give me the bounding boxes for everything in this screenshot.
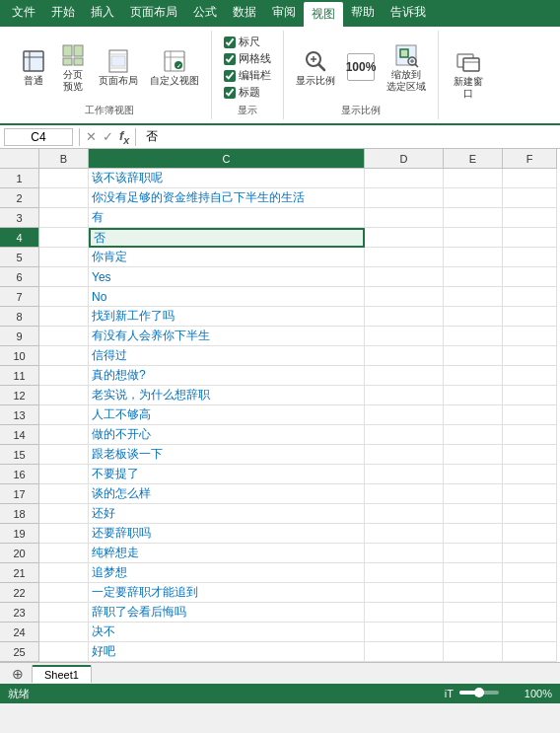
cell-b-1[interactable] [39,169,89,188]
cell-b-6[interactable] [39,267,89,287]
formula-input[interactable] [142,130,556,144]
zoom-selection-button[interactable]: 缩放到选定区域 [383,39,430,95]
cell-c-10[interactable]: 信得过 [89,346,365,366]
cell-d-19[interactable] [365,524,444,544]
cell-d-8[interactable] [365,307,444,327]
editbar-checkbox[interactable] [224,70,236,82]
name-box[interactable] [4,128,73,146]
cell-f-25[interactable] [503,642,557,662]
cell-f-22[interactable] [503,583,557,603]
cell-f-14[interactable] [503,425,557,445]
row-header-21[interactable]: 21 [0,563,39,583]
add-sheet-button[interactable]: ⊕ [4,664,32,684]
cell-b-9[interactable] [39,327,89,346]
cell-d-12[interactable] [365,386,444,405]
row-header-12[interactable]: 12 [0,386,39,405]
cell-c-6[interactable]: Yes [89,267,365,287]
col-header-e[interactable]: E [444,149,503,169]
cell-b-8[interactable] [39,307,89,327]
cell-f-1[interactable] [503,169,557,188]
cell-f-19[interactable] [503,524,557,544]
cell-c-20[interactable]: 纯粹想走 [89,544,365,563]
cell-d-25[interactable] [365,642,444,662]
cell-c-15[interactable]: 跟老板谈一下 [89,445,365,465]
cell-b-23[interactable] [39,603,89,623]
ribbon-tab-视图[interactable]: 视图 [304,2,343,27]
cell-f-15[interactable] [503,445,557,465]
cell-b-13[interactable] [39,405,89,425]
cell-e-8[interactable] [444,307,503,327]
row-header-1[interactable]: 1 [0,169,39,188]
cell-e-7[interactable] [444,287,503,307]
cell-c-4[interactable]: 否 [89,228,365,248]
cell-b-25[interactable] [39,642,89,662]
cell-d-21[interactable] [365,563,444,583]
row-header-16[interactable]: 16 [0,465,39,484]
cell-e-3[interactable] [444,208,503,228]
cell-f-2[interactable] [503,188,557,208]
cell-b-5[interactable] [39,248,89,267]
cell-e-11[interactable] [444,366,503,386]
cell-c-2[interactable]: 你没有足够的资金维持自己下半生的生活 [89,188,365,208]
cell-d-18[interactable] [365,504,444,524]
row-header-24[interactable]: 24 [0,623,39,642]
row-header-15[interactable]: 15 [0,445,39,465]
cell-b-12[interactable] [39,386,89,405]
cell-f-11[interactable] [503,366,557,386]
cell-b-14[interactable] [39,425,89,445]
cell-c-12[interactable]: 老实说，为什么想辞职 [89,386,365,405]
cell-f-20[interactable] [503,544,557,563]
row-header-4[interactable]: 4 [0,228,39,248]
col-header-b[interactable]: B [39,149,89,169]
cell-d-6[interactable] [365,267,444,287]
cell-d-13[interactable] [365,405,444,425]
row-header-5[interactable]: 5 [0,248,39,267]
row-header-7[interactable]: 7 [0,287,39,307]
cell-f-8[interactable] [503,307,557,327]
cell-b-20[interactable] [39,544,89,563]
pagelayout-view-button[interactable]: 页面布局 [95,45,142,89]
pagebreak-view-button[interactable]: 分页预览 [55,39,91,95]
cell-d-24[interactable] [365,623,444,642]
cell-e-12[interactable] [444,386,503,405]
ribbon-tab-帮助[interactable]: 帮助 [343,0,383,27]
ribbon-tab-开始[interactable]: 开始 [43,0,83,27]
cell-d-9[interactable] [365,327,444,346]
cell-b-4[interactable] [39,228,89,248]
cell-e-21[interactable] [444,563,503,583]
cancel-formula-icon[interactable]: ✕ [86,129,97,144]
cell-c-5[interactable]: 你肯定 [89,248,365,267]
zoom100-button[interactable]: 100% [343,51,379,83]
cell-d-2[interactable] [365,188,444,208]
cell-f-23[interactable] [503,603,557,623]
cell-f-21[interactable] [503,563,557,583]
cell-e-25[interactable] [444,642,503,662]
row-header-23[interactable]: 23 [0,603,39,623]
cell-f-12[interactable] [503,386,557,405]
cell-d-11[interactable] [365,366,444,386]
ribbon-tab-审阅[interactable]: 审阅 [264,0,304,27]
cell-d-10[interactable] [365,346,444,366]
row-header-19[interactable]: 19 [0,524,39,544]
cell-e-19[interactable] [444,524,503,544]
cell-c-13[interactable]: 人工不够高 [89,405,365,425]
cell-b-19[interactable] [39,524,89,544]
cell-c-11[interactable]: 真的想做? [89,366,365,386]
customview-button[interactable]: ✓ 自定义视图 [146,45,203,89]
cell-c-9[interactable]: 有没有人会养你下半生 [89,327,365,346]
ribbon-tab-告诉我[interactable]: 告诉我 [383,0,434,27]
row-header-10[interactable]: 10 [0,346,39,366]
row-header-22[interactable]: 22 [0,583,39,603]
cell-c-19[interactable]: 还要辞职吗 [89,524,365,544]
row-header-25[interactable]: 25 [0,642,39,662]
row-header-8[interactable]: 8 [0,307,39,327]
cell-e-5[interactable] [444,248,503,267]
cell-d-1[interactable] [365,169,444,188]
cell-f-6[interactable] [503,267,557,287]
cell-e-15[interactable] [444,445,503,465]
cell-d-16[interactable] [365,465,444,484]
cell-f-3[interactable] [503,208,557,228]
col-header-f[interactable]: F [503,149,557,169]
ribbon-tab-页面布局[interactable]: 页面布局 [122,0,185,27]
cell-c-18[interactable]: 还好 [89,504,365,524]
